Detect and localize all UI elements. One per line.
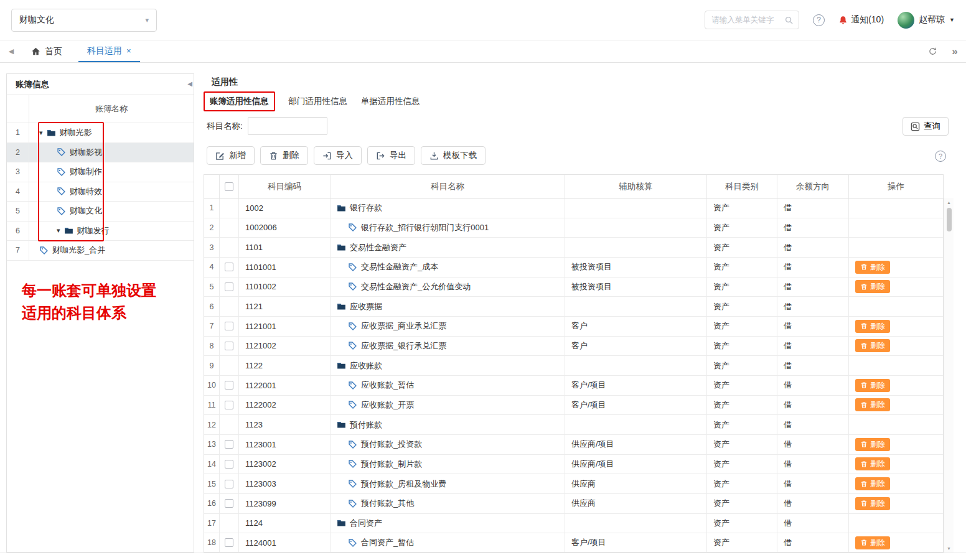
delete-row-button[interactable]: 删除 [855,497,890,510]
nav-back-button[interactable]: ◀ [0,40,22,62]
sidebar-book-row[interactable]: 2财咖影视 [7,143,194,163]
search-icon[interactable] [784,16,794,25]
sidebar-book-row[interactable]: 4财咖特效 [7,182,194,202]
row-number: 12 [204,415,220,434]
book-name-cell[interactable]: ▾财咖发行 [29,222,194,241]
sidebar-book-row[interactable]: 3财咖制作 [7,162,194,182]
col-operation: 操作 [849,175,943,198]
refresh-button[interactable] [921,40,944,62]
row-checkbox[interactable] [225,538,233,547]
balance-direction-cell: 借 [777,198,849,218]
select-all-checkbox[interactable] [225,182,233,191]
close-icon[interactable]: × [126,46,131,55]
delete-row-button[interactable]: 删除 [855,457,890,470]
tab-subject-apply[interactable]: 科目适用 × [78,40,140,62]
delete-button[interactable]: 删除 [260,146,308,165]
tab-book-applicability[interactable]: 账簿适用性信息 [204,91,275,111]
subject-name-label: 合同资产_暂估 [361,537,414,548]
sidebar-rows: 1▾财咖光影2财咖影视3财咖制作4财咖特效5财咖文化6▾财咖发行7财咖光影_合并 [7,123,194,261]
book-name-cell[interactable]: 财咖特效 [29,182,194,202]
template-download-button[interactable]: 模板下载 [421,146,485,165]
row-checkbox[interactable] [225,480,233,488]
subject-name-label: 科目名称: [207,121,243,132]
book-info-title: 账簿信息 [16,79,49,90]
delete-row-button[interactable]: 删除 [855,280,890,293]
row-checkbox[interactable] [225,460,233,469]
subject-category-cell: 资产 [707,218,777,238]
row-checkbox[interactable] [225,322,233,330]
export-button[interactable]: 导出 [367,146,415,165]
user-menu[interactable]: 赵帮琼 ▼ [898,12,955,29]
row-checkbox[interactable] [225,263,233,271]
tag-icon [348,282,357,291]
scroll-down-arrow[interactable]: ▼ [944,544,954,553]
book-name-cell[interactable]: 财咖制作 [29,162,194,182]
subject-category-cell: 资产 [707,238,777,257]
org-select[interactable]: 财咖文化 ▾ [11,9,157,32]
delete-row-label: 删除 [870,538,885,548]
operation-cell [849,514,943,533]
row-number: 11 [204,396,220,415]
tag-icon [57,147,66,157]
sidebar-book-row[interactable]: 1▾财咖光影 [7,123,194,143]
delete-row-button[interactable]: 删除 [855,320,890,333]
row-checkbox[interactable] [225,440,233,449]
tree-expand-icon[interactable]: ▾ [57,227,60,234]
book-name-label: 财咖发行 [77,225,110,236]
subject-name-input[interactable] [248,117,327,135]
subject-code-cell: 1122 [239,356,331,375]
row-number: 4 [204,258,220,277]
balance-direction-cell: 借 [777,435,849,454]
delete-row-button[interactable]: 删除 [855,438,890,451]
row-checkbox[interactable] [225,401,233,409]
checkbox-cell [220,356,239,375]
subject-code-cell: 1101002 [239,278,331,297]
scroll-up-arrow[interactable]: ▲ [944,198,954,207]
book-name-cell[interactable]: ▾财咖光影 [29,123,194,142]
forward-button[interactable]: » [944,40,966,62]
book-name-cell[interactable]: 财咖影视 [29,143,194,162]
subject-name-cell: 应收账款_开票 [331,396,565,415]
row-checkbox[interactable] [225,499,233,508]
add-button[interactable]: 新增 [207,146,255,165]
row-checkbox[interactable] [225,282,233,291]
aux-accounting-cell [565,297,707,316]
row-number: 2 [204,218,220,238]
home-tab[interactable]: 首页 [22,40,71,62]
notifications-button[interactable]: 通知(10) [838,14,884,26]
tree-expand-icon[interactable]: ▾ [39,129,43,136]
tag-icon [348,322,357,331]
balance-direction-cell: 借 [777,297,849,316]
subject-name-cell: 预付账款_投资款 [331,435,565,454]
delete-row-button[interactable]: 删除 [855,477,890,490]
row-checkbox[interactable] [225,342,233,350]
menu-search[interactable] [705,11,799,29]
tab-department-applicability[interactable]: 部门适用性信息 [289,96,348,107]
help-icon[interactable]: ? [935,151,946,162]
tag-icon [348,381,357,390]
subject-name-label: 交易性金融资产_公允价值变动 [361,281,471,292]
delete-row-button[interactable]: 删除 [855,261,890,274]
sidebar-book-row[interactable]: 7财咖光影_合并 [7,241,194,261]
menu-search-input[interactable] [710,15,781,25]
topbar-right: ? 通知(10) 赵帮琼 ▼ [705,11,955,29]
query-button[interactable]: 查询 [903,117,949,136]
delete-row-button[interactable]: 删除 [855,339,890,352]
delete-row-button[interactable]: 删除 [855,379,890,392]
tab-document-applicability[interactable]: 单据适用性信息 [361,96,420,107]
book-name-cell[interactable]: 财咖光影_合并 [29,241,194,260]
book-name-cell[interactable]: 财咖文化 [29,202,194,221]
import-button[interactable]: 导入 [314,146,362,165]
scrollbar-thumb[interactable] [947,208,952,231]
delete-row-button[interactable]: 删除 [855,398,890,411]
delete-row-button[interactable]: 删除 [855,536,890,549]
collapse-panel-icon[interactable]: ◀ [187,80,192,87]
sidebar-book-row[interactable]: 6▾财咖发行 [7,222,194,241]
table-scrollbar[interactable]: ▲ ▼ [944,198,954,553]
subject-name-label: 应收票据_商业承兑汇票 [361,320,446,332]
row-checkbox[interactable] [225,381,233,390]
folder-icon [337,302,346,311]
sidebar-book-row[interactable]: 5财咖文化 [7,202,194,222]
help-icon[interactable]: ? [813,14,825,26]
row-number: 6 [204,297,220,316]
